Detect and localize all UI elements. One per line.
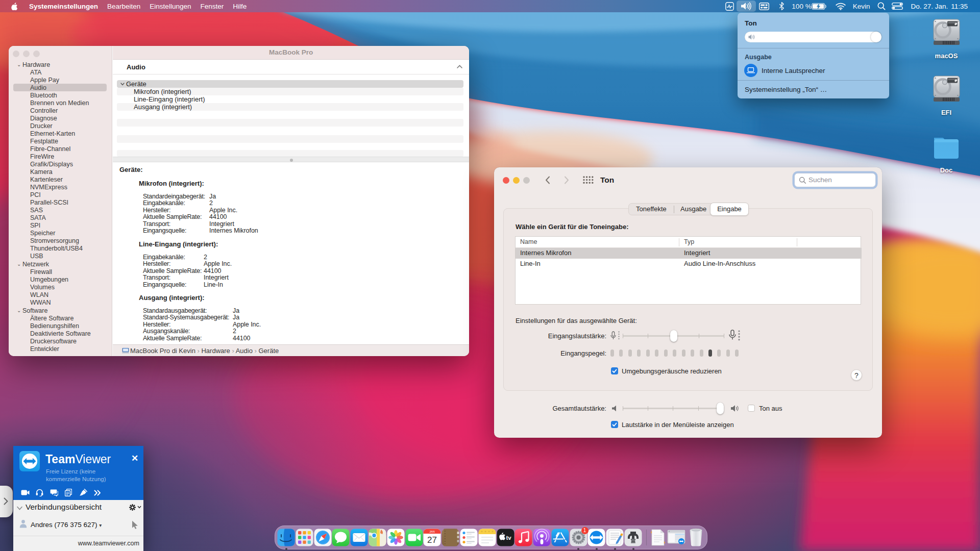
svg-text:JAN: JAN [430, 530, 435, 533]
svg-text:tv: tv [506, 535, 511, 541]
svg-text:27: 27 [427, 535, 437, 545]
